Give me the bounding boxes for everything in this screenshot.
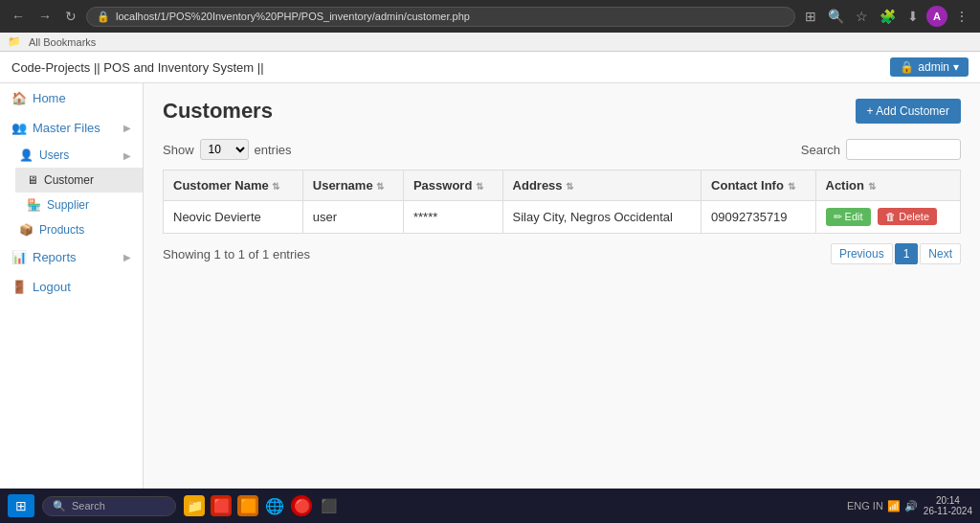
clock-date: 26-11-2024	[924, 506, 972, 516]
taskbar-clock: 20:14 26-11-2024	[924, 495, 972, 516]
profile-avatar[interactable]: A	[926, 6, 947, 27]
home-icon: 🏠	[11, 91, 27, 105]
lang-icon: ENG IN	[847, 500, 883, 512]
bookmarks-label: All Bookmarks	[29, 36, 96, 48]
sidebar-users-label: Users	[39, 148, 69, 162]
sort-icon-contact: ⇅	[788, 181, 795, 192]
master-files-icon: 👥	[11, 121, 27, 135]
table-row: Neovic Devierte user ***** Silay City, N…	[164, 201, 961, 234]
showing-text: Showing 1 to 1 of 1 entries	[163, 247, 310, 262]
taskbar-files-icon[interactable]: 📁	[184, 495, 205, 516]
system-icons: ENG IN 📶 🔊	[847, 500, 918, 512]
bookmarks-bar: 📁 All Bookmarks	[0, 33, 980, 52]
entries-label: entries	[255, 143, 292, 157]
extensions-button[interactable]: ⊞	[801, 7, 820, 26]
extensions2-button[interactable]: 🧩	[876, 7, 900, 26]
lock-icon: 🔒	[900, 60, 914, 74]
sidebar-logout-label: Logout	[33, 280, 71, 294]
cell-address: Silay City, Negros Occidental	[502, 201, 702, 234]
sidebar-item-customer[interactable]: 🖥 Customer	[15, 168, 143, 193]
col-customer-name[interactable]: Customer Name ⇅	[164, 171, 303, 201]
taskbar-app3-icon[interactable]: 🔴	[291, 495, 312, 516]
chevron-right-icon-reports: ▶	[123, 252, 131, 262]
previous-page-button[interactable]: Previous	[831, 243, 893, 264]
cell-username: user	[302, 201, 403, 234]
forward-button[interactable]: →	[34, 7, 56, 26]
col-username[interactable]: Username ⇅	[302, 171, 403, 201]
browser-actions: ⊞ 🔍 ☆ 🧩 ⬇ A ⋮	[801, 6, 972, 27]
sidebar-submenu-master: 👤 Users ▶ 🖥 Customer 🏪 Supplier 📦 Produc…	[0, 143, 143, 242]
sidebar-submenu-users: 🖥 Customer 🏪 Supplier	[8, 168, 143, 217]
volume-icon: 🔊	[904, 500, 918, 512]
show-label: Show	[163, 143, 194, 157]
sidebar-reports-label: Reports	[33, 250, 77, 264]
taskbar-app4-icon[interactable]: ⬛	[318, 495, 339, 516]
wifi-icon: 📶	[887, 500, 901, 512]
supplier-icon: 🏪	[27, 198, 41, 212]
taskbar-app2-icon[interactable]: 🟧	[237, 495, 258, 516]
taskbar-search[interactable]: 🔍 Search	[42, 496, 176, 516]
cell-action: ✏ Edit 🗑 Delete	[815, 201, 961, 234]
sidebar-masterfiles-label: Master Files	[33, 121, 100, 135]
cell-contact-info: 09092735719	[702, 201, 815, 234]
chevron-right-icon: ▶	[123, 123, 131, 133]
sidebar-item-master-files[interactable]: 👥 Master Files ▶	[0, 113, 143, 143]
sort-icon-action: ⇅	[868, 181, 876, 192]
url-text: localhost/1/POS%20Inventory%20PHP/POS_in…	[116, 11, 785, 22]
logout-icon: 🚪	[11, 280, 27, 294]
browser-chrome: ← → ↻ 🔒 localhost/1/POS%20Inventory%20PH…	[0, 0, 980, 33]
back-button[interactable]: ←	[8, 7, 29, 26]
col-address[interactable]: Address ⇅	[502, 171, 702, 201]
table-header-row: Customer Name ⇅ Username ⇅ Password ⇅ Ad…	[164, 171, 961, 201]
app-bar: Code-Projects || POS and Inventory Syste…	[0, 52, 980, 83]
sidebar-item-home[interactable]: 🏠 Home	[0, 83, 143, 113]
delete-button[interactable]: 🗑 Delete	[878, 208, 937, 225]
download-button[interactable]: ⬇	[903, 7, 923, 26]
search-label: Search	[801, 143, 840, 157]
cell-password: *****	[403, 201, 502, 234]
sidebar: 🏠 Home 👥 Master Files ▶ 👤 Users ▶ 🖥 Cust…	[0, 83, 144, 489]
pagination: Previous 1 Next	[831, 243, 961, 264]
admin-button[interactable]: 🔒 admin ▾	[890, 57, 969, 77]
sidebar-item-logout[interactable]: 🚪 Logout	[0, 272, 143, 302]
search-taskbar-icon: 🔍	[53, 500, 66, 512]
main-content: Customers + Add Customer Show 10 25 50 1…	[144, 83, 980, 489]
taskbar-search-label: Search	[72, 500, 105, 512]
col-contact-info[interactable]: Contact Info ⇅	[702, 171, 815, 201]
sidebar-item-supplier[interactable]: 🏪 Supplier	[15, 193, 143, 217]
chevron-right-icon-users: ▶	[123, 150, 131, 161]
col-action[interactable]: Action ⇅	[815, 171, 961, 201]
sidebar-supplier-label: Supplier	[47, 198, 89, 212]
admin-label: admin	[918, 60, 949, 74]
search-control: Search	[801, 139, 961, 160]
sort-icon-address: ⇅	[566, 181, 573, 192]
next-page-button[interactable]: Next	[920, 243, 961, 264]
page-1-button[interactable]: 1	[895, 243, 919, 264]
taskbar-left: ⊞ 🔍 Search 📁 🟥 🟧 🌐 🔴 ⬛	[8, 494, 339, 517]
sidebar-products-label: Products	[39, 223, 84, 237]
search-browser-button[interactable]: 🔍	[824, 7, 848, 26]
address-bar[interactable]: 🔒 localhost/1/POS%20Inventory%20PHP/POS_…	[86, 7, 795, 27]
table-controls: Show 10 25 50 100 entries Search	[163, 139, 961, 160]
sidebar-item-reports[interactable]: 📊 Reports ▶	[0, 242, 143, 272]
sort-icon-password: ⇅	[476, 181, 483, 192]
search-input[interactable]	[846, 139, 961, 160]
bookmark-button[interactable]: ☆	[852, 7, 872, 26]
menu-button[interactable]: ⋮	[951, 7, 972, 26]
taskbar-chrome-icon[interactable]: 🌐	[264, 495, 285, 516]
taskbar-app1-icon[interactable]: 🟥	[211, 495, 232, 516]
main-layout: 🏠 Home 👥 Master Files ▶ 👤 Users ▶ 🖥 Cust…	[0, 83, 980, 489]
taskbar-app-icons: 📁 🟥 🟧 🌐 🔴 ⬛	[184, 495, 339, 516]
col-password[interactable]: Password ⇅	[403, 171, 502, 201]
users-icon: 👤	[19, 148, 33, 162]
entries-select[interactable]: 10 25 50 100	[200, 139, 249, 160]
customers-table: Customer Name ⇅ Username ⇅ Password ⇅ Ad…	[163, 170, 961, 234]
sidebar-item-users[interactable]: 👤 Users ▶	[8, 143, 143, 168]
edit-button[interactable]: ✏ Edit	[826, 208, 871, 226]
clock-time: 20:14	[924, 495, 972, 506]
cell-customer-name: Neovic Devierte	[164, 201, 303, 234]
sidebar-item-products[interactable]: 📦 Products	[8, 217, 143, 242]
reload-button[interactable]: ↻	[61, 7, 80, 26]
start-button[interactable]: ⊞	[8, 494, 34, 517]
add-customer-button[interactable]: + Add Customer	[856, 99, 961, 124]
